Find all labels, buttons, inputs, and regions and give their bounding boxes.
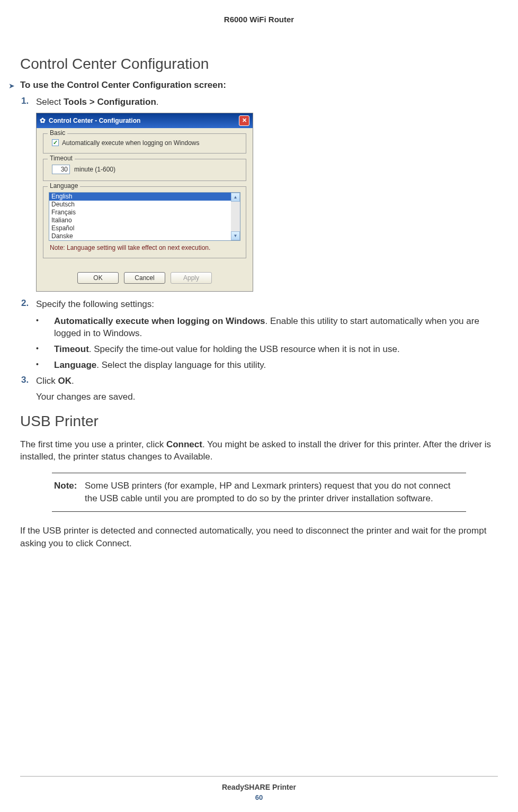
fieldset-timeout: Timeout 30 minute (1-600) bbox=[43, 159, 246, 181]
step-body: Select Tools > Configuration. bbox=[36, 96, 159, 109]
fieldset-basic: Basic ✓ Automatically execute when loggi… bbox=[43, 133, 246, 154]
list-item[interactable]: Español bbox=[49, 224, 231, 232]
ok-button[interactable]: OK bbox=[77, 272, 119, 284]
step-body: Click OK. bbox=[36, 375, 74, 387]
paragraph: The first time you use a printer, click … bbox=[20, 438, 498, 464]
apply-button[interactable]: Apply bbox=[171, 272, 212, 284]
scrollbar[interactable]: ▲ ▼ bbox=[231, 193, 240, 240]
page-number: 60 bbox=[20, 793, 498, 801]
procedure-heading: ➤ To use the Control Center Configuratio… bbox=[8, 80, 498, 91]
timeout-input[interactable]: 30 bbox=[52, 165, 70, 174]
step-2: 2. Specify the following settings: bbox=[21, 298, 498, 311]
dialog-screenshot: ✿ Control Center - Configuration ✕ Basic… bbox=[36, 113, 253, 292]
step-3: 3. Click OK. bbox=[21, 375, 498, 387]
step-number: 2. bbox=[21, 298, 36, 311]
procedure-heading-text: To use the Control Center Configuration … bbox=[20, 80, 226, 91]
legend-basic: Basic bbox=[48, 129, 67, 137]
gear-icon: ✿ bbox=[40, 116, 46, 124]
note-block: Note: Some USB printers (for example, HP… bbox=[52, 473, 466, 512]
legend-timeout: Timeout bbox=[48, 155, 75, 162]
step-1: 1. Select Tools > Configuration. bbox=[21, 96, 498, 109]
bullet-icon: • bbox=[36, 359, 54, 372]
chevron-up-icon: ▲ bbox=[234, 195, 238, 200]
cancel-button[interactable]: Cancel bbox=[124, 272, 165, 284]
document-header: R6000 WiFi Router bbox=[20, 11, 498, 56]
fieldset-language: Language English Deutsch Français Italia… bbox=[43, 186, 246, 258]
language-note: Note: Language setting will take effect … bbox=[49, 244, 240, 251]
close-icon: ✕ bbox=[242, 117, 247, 124]
page-footer: ReadySHARE Printer 60 bbox=[20, 776, 498, 801]
list-item[interactable]: English bbox=[49, 193, 231, 201]
auto-execute-label: Automatically execute when logging on Wi… bbox=[62, 139, 199, 147]
bullet-item: • Language. Select the display language … bbox=[36, 359, 498, 372]
scroll-up-button[interactable]: ▲ bbox=[231, 193, 240, 202]
dialog-title: Control Center - Configuration bbox=[49, 117, 140, 124]
list-item[interactable]: Deutsch bbox=[49, 201, 231, 209]
step-number: 1. bbox=[21, 96, 36, 109]
chevron-down-icon: ▼ bbox=[234, 233, 238, 238]
note-text: Some USB printers (for example, HP and L… bbox=[85, 480, 464, 505]
section-title-usb-printer: USB Printer bbox=[20, 413, 498, 430]
paragraph: If the USB printer is detected and conne… bbox=[20, 525, 498, 550]
timeout-unit-label: minute (1-600) bbox=[74, 166, 115, 173]
section-title-control-center: Control Center Configuration bbox=[20, 56, 498, 73]
note-label: Note: bbox=[54, 480, 85, 505]
bullet-icon: • bbox=[36, 315, 54, 340]
list-item[interactable]: Italiano bbox=[49, 216, 231, 224]
close-button[interactable]: ✕ bbox=[239, 115, 249, 126]
language-listbox[interactable]: English Deutsch Français Italiano Españo… bbox=[49, 193, 231, 240]
step-body: Specify the following settings: bbox=[36, 298, 154, 311]
list-item[interactable]: Danske bbox=[49, 232, 231, 240]
scroll-down-button[interactable]: ▼ bbox=[231, 231, 240, 240]
step-number: 3. bbox=[21, 375, 36, 387]
dialog-titlebar: ✿ Control Center - Configuration ✕ bbox=[37, 113, 253, 128]
footer-title: ReadySHARE Printer bbox=[20, 783, 498, 791]
legend-language: Language bbox=[48, 182, 80, 190]
list-item[interactable]: Français bbox=[49, 209, 231, 216]
auto-execute-checkbox[interactable]: ✓ bbox=[52, 139, 59, 146]
bullet-icon: • bbox=[36, 343, 54, 356]
bullet-item: • Automatically execute when logging on … bbox=[36, 315, 498, 340]
bullet-item: • Timeout. Specify the time-out value fo… bbox=[36, 343, 498, 356]
step-result: Your changes are saved. bbox=[36, 392, 498, 402]
chevron-right-icon: ➤ bbox=[8, 82, 15, 90]
